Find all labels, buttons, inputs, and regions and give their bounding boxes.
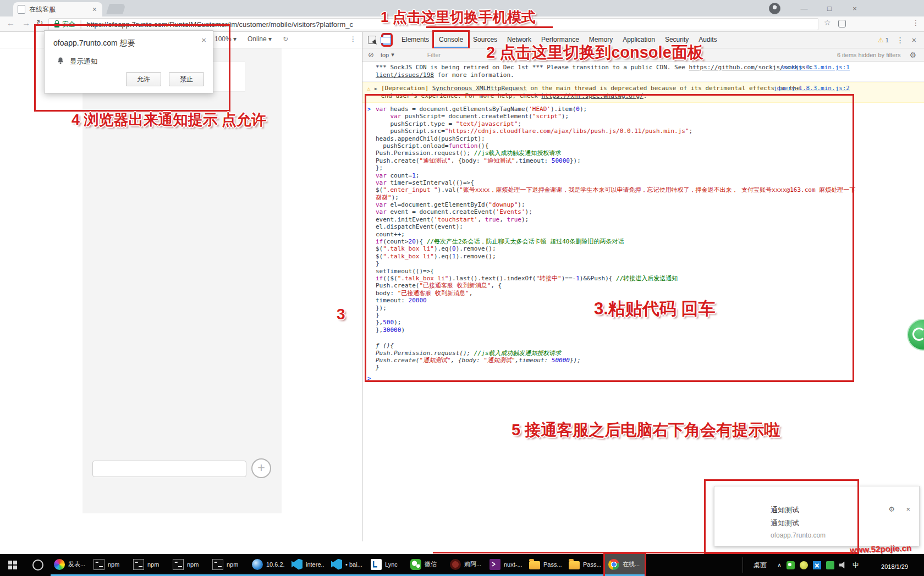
taskbar-app-label: Pass... <box>543 561 562 568</box>
execution-context-select[interactable]: top ▾ <box>381 51 394 58</box>
chat-plus-icon[interactable]: + <box>251 458 271 478</box>
annotation-step3-digit: 3 <box>337 306 345 323</box>
taskbar-app-lync[interactable]: Lync <box>367 554 407 576</box>
windows-logo-icon <box>8 561 17 569</box>
caret-down-icon: ▾ <box>391 51 394 58</box>
windows-taskbar: 发表...npmnpmnpmnpm10.6.2...intere...• bai… <box>0 554 924 576</box>
context-value: top <box>381 52 389 58</box>
taskbar-app-label: npm <box>147 561 159 568</box>
devtools-menu-icon[interactable]: ⋮ <box>897 36 904 45</box>
devtools-close-icon[interactable]: × <box>912 36 916 45</box>
annotation-box-code <box>365 94 854 382</box>
source-file-link[interactable]: jquery-1.8.3.min.js:2 <box>773 85 850 92</box>
annotation-step5: 5 接通客服之后电脑右下角会有提示啦 <box>512 419 780 441</box>
tab-title: 在线客服 <box>29 5 91 14</box>
taskbar-app-label: • bai... <box>345 561 362 568</box>
console-message: *** SockJS CDN is being retired on Dec 1… <box>362 62 924 82</box>
darkapp-icon <box>450 559 461 570</box>
inspect-element-icon[interactable] <box>368 36 376 44</box>
expand-triangle-icon[interactable]: ▶ <box>375 85 377 93</box>
status-blue-x-icon[interactable] <box>813 561 821 569</box>
taskbar-apps: 发表...npmnpmnpmnpm10.6.2...intere...• bai… <box>51 554 645 576</box>
console-settings-gear-icon[interactable]: ⚙ <box>909 51 916 59</box>
console-filter-input[interactable]: Filter <box>427 52 441 58</box>
browser-menu-icon[interactable]: ⋮ <box>912 18 920 27</box>
taskbar-date: 2018/1/29 <box>865 563 908 571</box>
device-throttle-select[interactable]: Online ▾ <box>248 35 272 43</box>
new-tab-button[interactable] <box>106 4 126 14</box>
taskbar-app-vscode[interactable]: intere... <box>288 554 328 576</box>
caret-down-icon: ▾ <box>233 35 237 43</box>
window-maximize-button[interactable]: □ <box>817 0 842 16</box>
profile-avatar-icon[interactable] <box>769 3 780 14</box>
annotation-taskbar-line <box>433 552 858 553</box>
window-close-button[interactable]: × <box>843 0 867 16</box>
taskbar-app-sphere[interactable]: 10.6.2... <box>249 554 288 576</box>
taskbar-app-cmd[interactable]: npm <box>209 554 249 576</box>
toast-close-icon[interactable]: × <box>906 505 910 513</box>
forward-icon[interactable]: → <box>22 18 30 27</box>
devtools-tab-elements[interactable]: Elements <box>397 32 434 48</box>
taskbar-app-colorwheel[interactable]: 发表... <box>51 554 90 576</box>
tray-icons <box>787 561 848 569</box>
taskbar-app-cmd[interactable]: npm <box>90 554 130 576</box>
clear-console-icon[interactable]: ⊘ <box>368 51 374 59</box>
vs-icon <box>490 559 501 570</box>
rotate-device-icon[interactable]: ↻ <box>283 35 288 43</box>
taskbar-app-folder[interactable]: Pass... <box>565 554 605 576</box>
taskbar-app-chrome[interactable]: 在线... <box>605 554 645 576</box>
cmd-icon <box>173 559 184 570</box>
taskbar-app-vs[interactable]: nuxt-... <box>486 554 526 576</box>
taskbar-app-folder[interactable]: Pass... <box>526 554 565 576</box>
forum-watermark: www.52pojie.cn <box>850 543 912 555</box>
tray-overflow-chevron-icon[interactable]: ∧ <box>777 562 782 569</box>
wechat-icon <box>410 559 421 570</box>
taskbar-app-cmd[interactable]: npm <box>130 554 169 576</box>
sphere-icon <box>252 559 263 570</box>
browser-tab[interactable]: 在线客服 × <box>13 2 102 16</box>
tab-close-icon[interactable]: × <box>91 5 98 13</box>
taskbar-app-vscode[interactable]: • bai... <box>328 554 367 576</box>
taskbar-app-wechat[interactable]: 微信 <box>407 554 447 576</box>
bookmark-star-icon[interactable]: ☆ <box>824 18 831 27</box>
system-tray: 桌面 ∧ 中 2018/1/29 <box>738 554 924 576</box>
console-link[interactable]: lient/issues/198 <box>376 71 434 79</box>
taskbar-app-label: 10.6.2... <box>266 561 285 568</box>
device-toggle-icon[interactable] <box>383 35 391 45</box>
toast-settings-gear-icon[interactable]: ⚙ <box>888 505 895 513</box>
window-minimize-button[interactable]: — <box>792 0 816 16</box>
text-token: for more information. <box>434 71 514 79</box>
chat-message-input[interactable] <box>92 461 246 477</box>
taskbar-app-cmd[interactable]: npm <box>169 554 209 576</box>
cortana-search-button[interactable] <box>25 554 51 576</box>
speaker-muted-icon[interactable] <box>839 561 848 569</box>
taskbar-app-label: Lync <box>385 561 398 568</box>
console-link[interactable]: Synchronous XMLHttpRequest <box>432 85 527 92</box>
cmd-icon <box>212 559 223 570</box>
text-token: on the main thread is deprecated because… <box>527 85 800 92</box>
taskbar-clock[interactable]: 2018/1/29 <box>864 560 911 571</box>
status-green-icon[interactable] <box>826 561 834 569</box>
back-icon[interactable]: ← <box>7 18 15 27</box>
start-button[interactable] <box>0 554 25 576</box>
screen: 在线客服 × — □ × ← → ↻ 安全 | https://ofoapp.7… <box>0 0 924 576</box>
vscode-icon <box>292 559 302 570</box>
desktop-toolbar-label[interactable]: 桌面 <box>748 561 772 570</box>
annotation-box-toast <box>704 479 859 554</box>
taskbar-app-darkapp[interactable]: 购阿... <box>447 554 486 576</box>
warning-icon: ⚠ <box>878 36 884 44</box>
extension-icon[interactable] <box>838 20 846 27</box>
console-message-line: [Deprecation] Synchronous XMLHttpRequest… <box>381 85 842 92</box>
devtools-tab-console[interactable]: Console <box>434 32 468 48</box>
console-warning-badge[interactable]: ⚠ 1 <box>878 36 889 44</box>
wechat-tray-icon[interactable] <box>787 561 795 569</box>
annotation-step3: 3.粘贴代码 回车 <box>594 297 715 320</box>
device-toolbar-menu-icon[interactable]: ⋮ <box>350 35 356 43</box>
hidden-items-note: 6 items hidden by filters <box>837 52 901 58</box>
ime-indicator[interactable]: 中 <box>853 561 859 570</box>
annotation-step4: 4 浏览器出来通知提示 点允许 <box>72 110 266 130</box>
source-file-link[interactable]: sockjs-0.3.min.js:1 <box>780 64 850 71</box>
status-yellow-icon[interactable] <box>800 561 808 569</box>
taskbar-app-label: 微信 <box>425 560 437 568</box>
taskbar-app-label: Pass... <box>583 561 602 568</box>
